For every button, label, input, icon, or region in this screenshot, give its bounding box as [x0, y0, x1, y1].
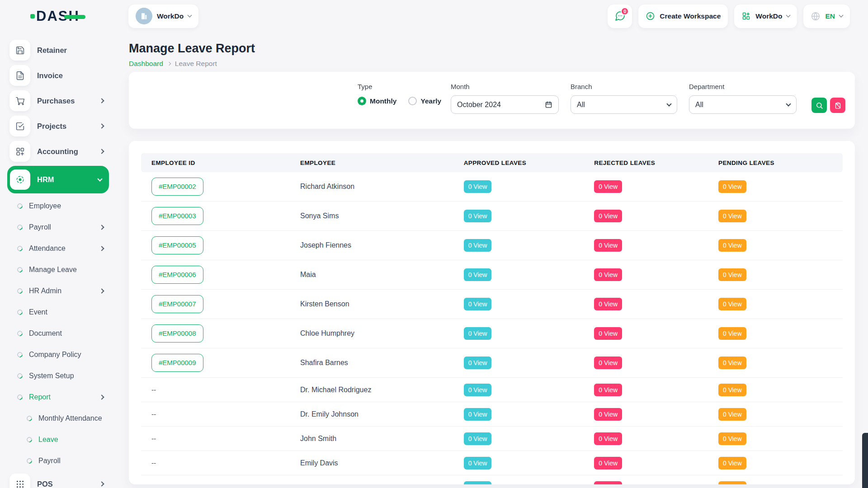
sidebar-item-leave[interactable]: Leave: [0, 429, 116, 450]
pending-leaves-view-badge[interactable]: 0 View: [718, 384, 746, 396]
column-header-employee: EMPLOYEE: [290, 160, 453, 166]
approved-leaves-view-badge[interactable]: 0 View: [464, 210, 492, 222]
sidebar-item-document[interactable]: Document: [0, 323, 116, 344]
app-logo[interactable]: DASH: [0, 0, 116, 32]
employee-name: Shafira Barnes: [290, 359, 453, 367]
rejected-leaves-view-badge[interactable]: 0 View: [594, 180, 622, 193]
pending-leaves-view-badge[interactable]: 0 View: [718, 481, 746, 485]
sidebar-item-system-setup[interactable]: System Setup: [0, 365, 116, 386]
column-header-employee-id: EMPLOYEE ID: [141, 160, 290, 166]
employee-id-button[interactable]: #EMP00006: [151, 266, 203, 284]
department-select[interactable]: All: [689, 95, 797, 114]
type-yearly-radio[interactable]: Yearly: [408, 97, 441, 105]
pending-leaves-view-badge[interactable]: 0 View: [718, 357, 746, 369]
language-label: EN: [825, 12, 835, 20]
breadcrumb-current: Leave Report: [175, 60, 217, 68]
pending-leaves-view-badge[interactable]: 0 View: [718, 210, 746, 222]
rejected-leaves-view-badge[interactable]: 0 View: [594, 408, 622, 421]
chevron-right-icon: [99, 225, 104, 230]
circle-bullet-icon: [16, 287, 24, 295]
employee-id-button[interactable]: #EMP00003: [151, 207, 203, 225]
pending-leaves-view-badge[interactable]: 0 View: [718, 298, 746, 310]
table-row: #EMP00002Richard Atkinson0 View0 View0 V…: [141, 172, 843, 202]
leave-report-table: EMPLOYEE ID EMPLOYEE APPROVED LEAVES REJ…: [129, 141, 855, 484]
approved-leaves-view-badge[interactable]: 0 View: [464, 180, 492, 193]
pending-leaves-view-badge[interactable]: 0 View: [718, 432, 746, 445]
approved-leaves-view-badge[interactable]: 0 View: [464, 432, 492, 445]
rejected-leaves-view-badge[interactable]: 0 View: [594, 298, 622, 310]
sidebar-item-purchases[interactable]: Purchases: [0, 88, 116, 113]
rejected-leaves-view-badge[interactable]: 0 View: [594, 239, 622, 252]
type-monthly-radio[interactable]: Monthly: [358, 97, 396, 105]
sidebar-item-hrm[interactable]: HRM: [7, 166, 109, 193]
sidebar-item-projects[interactable]: Projects: [0, 113, 116, 139]
rejected-leaves-view-badge[interactable]: 0 View: [594, 481, 622, 485]
reset-filter-button[interactable]: [830, 98, 845, 113]
messages-button[interactable]: 0: [608, 5, 632, 28]
pending-leaves-view-badge[interactable]: 0 View: [718, 239, 746, 252]
approved-leaves-view-badge[interactable]: 0 View: [464, 298, 492, 310]
employee-id-button[interactable]: #EMP00007: [151, 295, 203, 313]
sidebar-item-event[interactable]: Event: [0, 301, 116, 323]
sidebar-item-pos[interactable]: POS: [0, 471, 116, 488]
workdo-menu-button[interactable]: WorkDo: [734, 5, 797, 28]
rejected-leaves-view-badge[interactable]: 0 View: [594, 432, 622, 445]
sidebar-item-monthly-attendance[interactable]: Monthly Attendance: [0, 408, 116, 429]
sidebar-item-manage-leave[interactable]: Manage Leave: [0, 259, 116, 280]
hrm-icon: [10, 169, 30, 190]
retainer-icon: [9, 40, 30, 61]
rejected-leaves-view-badge[interactable]: 0 View: [594, 357, 622, 369]
column-header-approved-leaves: APPROVED LEAVES: [453, 160, 584, 166]
pending-leaves-view-badge[interactable]: 0 View: [718, 268, 746, 281]
sidebar-item-company-policy[interactable]: Company Policy: [0, 344, 116, 365]
sidebar-item-payroll[interactable]: Payroll: [0, 450, 116, 471]
sidebar-item-hr-admin[interactable]: HR Admin: [0, 280, 116, 301]
rejected-leaves-view-badge[interactable]: 0 View: [594, 384, 622, 396]
sidebar-item-attendance[interactable]: Attendance: [0, 238, 116, 259]
create-workspace-label: Create Workspace: [660, 12, 721, 20]
table-header-row: EMPLOYEE ID EMPLOYEE APPROVED LEAVES REJ…: [141, 153, 843, 172]
employee-id-empty: --: [151, 483, 156, 485]
approved-leaves-view-badge[interactable]: 0 View: [464, 457, 492, 469]
pending-leaves-view-badge[interactable]: 0 View: [718, 180, 746, 193]
search-button[interactable]: [811, 98, 827, 113]
pending-leaves-view-badge[interactable]: 0 View: [718, 408, 746, 421]
breadcrumb-dashboard-link[interactable]: Dashboard: [129, 60, 163, 68]
column-header-rejected-leaves: REJECTED LEAVES: [584, 160, 708, 166]
sidebar-item-retainer[interactable]: Retainer: [0, 38, 116, 63]
sidebar-item-invoice[interactable]: Invoice: [0, 63, 116, 88]
approved-leaves-view-badge[interactable]: 0 View: [464, 384, 492, 396]
create-workspace-button[interactable]: Create Workspace: [638, 5, 728, 28]
chevron-right-icon: [167, 62, 171, 66]
approved-leaves-view-badge[interactable]: 0 View: [464, 481, 492, 485]
rejected-leaves-view-badge[interactable]: 0 View: [594, 268, 622, 281]
approved-leaves-view-badge[interactable]: 0 View: [464, 239, 492, 252]
sidebar-item-payroll[interactable]: Payroll: [0, 216, 116, 238]
approved-leaves-view-badge[interactable]: 0 View: [464, 268, 492, 281]
sidebar-item-accounting[interactable]: Accounting: [0, 139, 116, 164]
approved-leaves-view-badge[interactable]: 0 View: [464, 408, 492, 421]
sidebar-item-report[interactable]: Report: [0, 386, 116, 408]
radio-selected-icon: [358, 97, 366, 105]
scrollbar-thumb[interactable]: [862, 433, 868, 488]
employee-id-button[interactable]: #EMP00002: [151, 178, 203, 196]
department-value: All: [695, 101, 787, 109]
employee-id-button[interactable]: #EMP00005: [151, 236, 203, 254]
branch-select[interactable]: All: [571, 95, 677, 114]
employee-id-button[interactable]: #EMP00009: [151, 354, 203, 372]
rejected-leaves-view-badge[interactable]: 0 View: [594, 210, 622, 222]
circle-bullet-icon: [26, 436, 33, 443]
chevron-right-icon: [99, 481, 104, 486]
pending-leaves-view-badge[interactable]: 0 View: [718, 457, 746, 469]
language-selector[interactable]: EN: [803, 5, 850, 28]
sidebar-item-employee[interactable]: Employee: [0, 195, 116, 216]
workspace-switcher[interactable]: WorkDo: [128, 5, 198, 28]
rejected-leaves-view-badge[interactable]: 0 View: [594, 457, 622, 469]
approved-leaves-view-badge[interactable]: 0 View: [464, 357, 492, 369]
approved-leaves-view-badge[interactable]: 0 View: [464, 327, 492, 340]
table-row: #EMP00006Maia0 View0 View0 View: [141, 260, 843, 290]
month-input[interactable]: October 2024: [451, 95, 559, 114]
employee-id-button[interactable]: #EMP00008: [151, 324, 203, 343]
pending-leaves-view-badge[interactable]: 0 View: [718, 327, 746, 340]
rejected-leaves-view-badge[interactable]: 0 View: [594, 327, 622, 340]
